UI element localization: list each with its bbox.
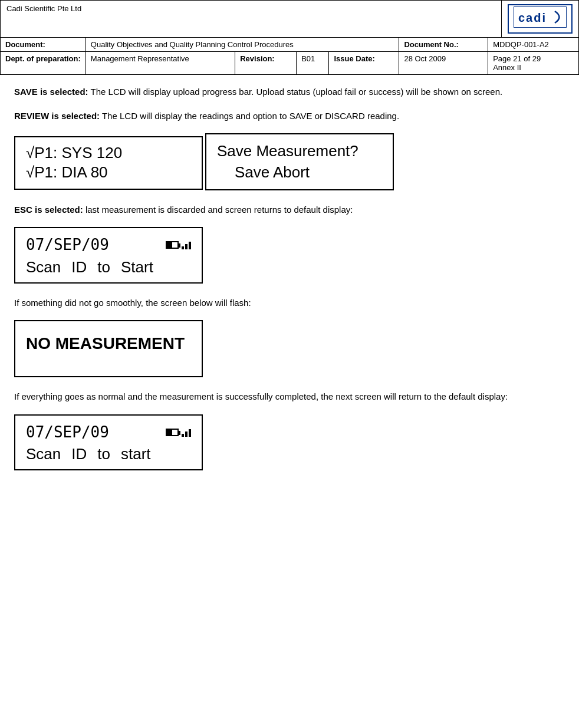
signal-icon-2 <box>182 427 191 437</box>
lcd-scan-line-normal: Scan ID to start <box>26 445 191 463</box>
revision-label: Revision: <box>235 52 297 75</box>
svg-text:cadi: cadi <box>518 11 547 24</box>
battery-icon <box>166 241 179 249</box>
header: Cadi Scientific Pte Ltd cadi <box>0 0 579 37</box>
lcd-readings-box: √P1: SYS 120 √P1: DIA 80 <box>14 136 203 190</box>
doc-no-value: MDDQP-001-A2 <box>488 38 579 52</box>
id-word-normal: ID <box>71 445 87 463</box>
esc-selected-bold: ESC is selected: <box>14 205 83 215</box>
save-selected-para: SAVE is selected: The LCD will display u… <box>14 85 565 99</box>
cadi-logo: cadi <box>508 4 573 34</box>
review-selected-text: The LCD will display the readings and op… <box>100 111 399 121</box>
start-word-esc: Start <box>121 258 153 276</box>
to-word-esc: to <box>97 258 110 276</box>
esc-selected-text: last measurement is discarded and screen… <box>83 205 353 215</box>
page-wrapper: Cadi Scientific Pte Ltd cadi Document: Q… <box>0 0 579 492</box>
lcd-readings-line2: √P1: DIA 80 <box>26 163 191 183</box>
save-selected-text: The LCD will display upload progress bar… <box>88 87 503 97</box>
issue-date-value: 28 Oct 2009 <box>399 52 488 75</box>
issue-date-label: Issue Date: <box>329 52 399 75</box>
normal-para: If everything goes as normal and the mea… <box>14 390 565 404</box>
battery-icon-2 <box>166 429 179 436</box>
review-selected-para: REVIEW is selected: The LCD will display… <box>14 110 565 123</box>
company-name: Cadi Scientific Pte Ltd <box>1 1 502 37</box>
doc-value: Quality Objectives and Quality Planning … <box>85 38 399 52</box>
flash-para: If something did not go smoothly, the sc… <box>14 297 565 310</box>
id-word-esc: ID <box>71 258 87 276</box>
lcd-date-line-esc: 07/SEP/09 <box>26 234 191 255</box>
lcd-save-box: Save Measurement? Save Abort <box>205 133 394 190</box>
lcd-save-line2: Save Abort <box>217 162 382 183</box>
lcd-icons-normal <box>166 427 191 437</box>
doc-label: Document: <box>1 38 86 52</box>
logo-area: cadi <box>502 1 578 37</box>
lcd-save-line1: Save Measurement? <box>217 140 382 162</box>
to-word-normal: to <box>97 445 110 463</box>
dept-value: Management Representative <box>85 52 235 75</box>
lcd-scan-line-esc: Scan ID to Start <box>26 258 191 276</box>
dept-label: Dept. of preparation: <box>1 52 86 75</box>
revision-value: B01 <box>297 52 329 75</box>
document-info-table: Document: Quality Objectives and Quality… <box>0 37 579 75</box>
lcd-date-normal: 07/SEP/09 <box>26 421 109 443</box>
doc-no-label: Document No.: <box>399 38 488 52</box>
esc-selected-para: ESC is selected: last measurement is dis… <box>14 203 565 217</box>
lcd-readings-line1: √P1: SYS 120 <box>26 143 191 163</box>
dept-row: Dept. of preparation: Management Represe… <box>1 52 579 75</box>
save-selected-bold: SAVE is selected: <box>14 87 88 97</box>
lcd-date-esc: 07/SEP/09 <box>26 234 109 255</box>
lcd-default-esc-box: 07/SEP/09 Scan ID <box>14 227 203 283</box>
signal-icon <box>182 240 191 249</box>
lcd-date-line-normal: 07/SEP/09 <box>26 421 191 443</box>
lcd-no-measurement-box: NO MEASUREMENT <box>14 320 203 377</box>
page-info: Page 21 of 29 Annex II <box>488 52 579 75</box>
start-word-normal: start <box>121 445 151 463</box>
review-selected-bold: REVIEW is selected: <box>14 111 100 121</box>
scan-word-esc: Scan <box>26 258 61 276</box>
lcd-no-measurement-text: NO MEASUREMENT <box>26 332 191 355</box>
main-content: SAVE is selected: The LCD will display u… <box>0 75 579 492</box>
lcd-icons-esc <box>166 240 191 249</box>
lcd-default-normal-box: 07/SEP/09 Scan ID <box>14 414 203 470</box>
scan-word-normal: Scan <box>26 445 61 463</box>
doc-row: Document: Quality Objectives and Quality… <box>1 38 579 52</box>
